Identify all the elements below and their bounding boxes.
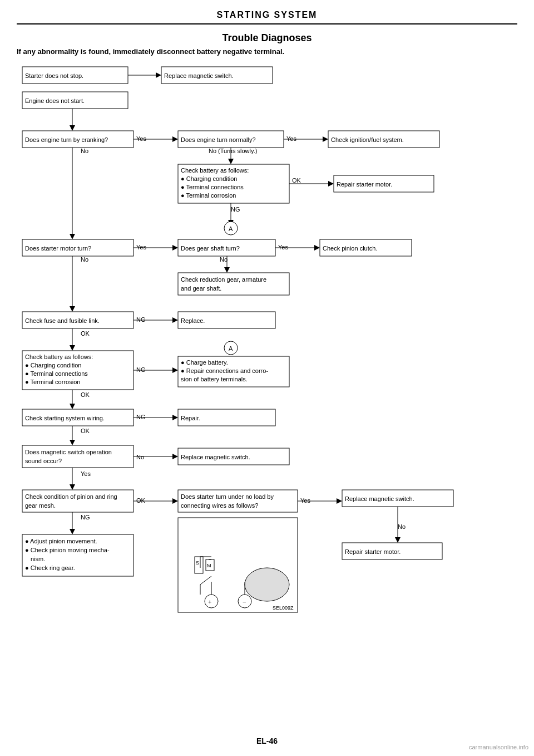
svg-text:Repair starter motor.: Repair starter motor. — [345, 548, 400, 555]
svg-text:Yes: Yes — [300, 497, 310, 504]
svg-marker-100 — [70, 440, 75, 445]
svg-marker-73 — [70, 345, 75, 351]
svg-marker-14 — [172, 136, 178, 142]
svg-text:Does engine turn by cranking?: Does engine turn by cranking? — [25, 136, 108, 143]
svg-text:Replace magnetic switch.: Replace magnetic switch. — [164, 72, 234, 79]
svg-text:Does starter turn under no loa: Does starter turn under no load by — [181, 493, 274, 500]
svg-marker-47 — [172, 245, 178, 251]
subtitle: If any abnormality is found, immediately… — [17, 47, 517, 56]
svg-text:● Check ring gear.: ● Check ring gear. — [25, 564, 75, 571]
svg-text:Yes: Yes — [286, 135, 296, 142]
svg-text:Does starter motor turn?: Does starter motor turn? — [25, 245, 91, 252]
svg-text:Does magnetic switch operation: Does magnetic switch operation — [25, 449, 112, 455]
svg-text:+: + — [208, 598, 211, 605]
page-header: STARTING SYSTEM — [0, 0, 534, 24]
watermark-text: carmanualsonline.info — [469, 744, 528, 750]
svg-text:No: No — [398, 523, 406, 530]
svg-text:Does engine turn normally?: Does engine turn normally? — [181, 136, 256, 143]
svg-text:Check battery as follows:: Check battery as follows: — [25, 354, 93, 360]
page-footer: EL-46 — [0, 737, 534, 751]
svg-text:● Charging condition: ● Charging condition — [25, 362, 81, 369]
svg-text:Yes: Yes — [278, 244, 288, 251]
svg-marker-83 — [172, 367, 178, 373]
diagram-area: Starter does not stop. Replace magnetic … — [17, 61, 517, 731]
svg-text:● Terminal connections: ● Terminal connections — [25, 370, 88, 377]
svg-marker-106 — [172, 454, 178, 459]
svg-text:connecting wires as follows?: connecting wires as follows? — [181, 502, 258, 509]
svg-marker-111 — [70, 484, 75, 490]
svg-marker-128 — [70, 529, 75, 534]
svg-text:● Check pinion moving mecha-: ● Check pinion moving mecha- — [25, 547, 110, 553]
svg-text:NG: NG — [136, 414, 146, 420]
svg-text:No (Turns slowly.): No (Turns slowly.) — [209, 148, 257, 154]
svg-marker-42 — [70, 234, 75, 239]
svg-text:Yes: Yes — [136, 244, 146, 251]
svg-text:Starter does not stop.: Starter does not stop. — [25, 72, 83, 79]
svg-text:Check ignition/fuel system.: Check ignition/fuel system. — [331, 136, 404, 143]
svg-text:No: No — [136, 454, 144, 460]
header-title: STARTING SYSTEM — [17, 10, 517, 20]
svg-marker-63 — [70, 306, 75, 312]
svg-marker-9 — [70, 125, 75, 131]
svg-text:Yes: Yes — [81, 470, 91, 477]
svg-text:OK: OK — [81, 330, 90, 337]
svg-marker-58 — [224, 267, 230, 273]
svg-text:nism.: nism. — [31, 556, 45, 562]
svg-text:S: S — [196, 560, 199, 566]
main-title: Trouble Diagnoses — [0, 32, 534, 44]
svg-text:Replace magnetic switch.: Replace magnetic switch. — [181, 454, 250, 460]
svg-text:Yes: Yes — [136, 135, 146, 142]
svg-text:NG: NG — [136, 366, 146, 373]
svg-text:Replace magnetic switch.: Replace magnetic switch. — [345, 495, 414, 502]
svg-text:−: − — [243, 598, 246, 605]
svg-text:● Charging condition: ● Charging condition — [181, 175, 237, 182]
svg-marker-25 — [228, 159, 234, 164]
svg-marker-95 — [172, 415, 178, 420]
svg-text:Engine does not start.: Engine does not start. — [25, 97, 85, 104]
svg-text:● Terminal corrosion: ● Terminal corrosion — [25, 379, 80, 385]
svg-text:Replace.: Replace. — [181, 317, 205, 324]
svg-text:OK: OK — [292, 177, 301, 184]
svg-text:No: No — [81, 148, 88, 154]
svg-marker-3 — [156, 72, 161, 78]
svg-text:Check battery as follows:: Check battery as follows: — [181, 167, 249, 174]
svg-text:● Terminal corrosion: ● Terminal corrosion — [181, 192, 236, 199]
svg-text:OK: OK — [81, 391, 90, 398]
svg-marker-19 — [323, 136, 328, 142]
svg-text:Check starting system wiring.: Check starting system wiring. — [25, 415, 105, 421]
page-number: EL-46 — [256, 737, 278, 745]
svg-text:OK: OK — [136, 497, 146, 504]
svg-text:● Adjust pinion movement.: ● Adjust pinion movement. — [25, 538, 97, 544]
svg-text:and gear shaft.: and gear shaft. — [181, 285, 221, 292]
svg-text:Repair starter motor.: Repair starter motor. — [337, 181, 392, 188]
svg-text:Check fuse and fusible link.: Check fuse and fusible link. — [25, 317, 100, 324]
svg-text:● Repair connections and corro: ● Repair connections and corro- — [181, 367, 268, 374]
svg-text:sound occur?: sound occur? — [25, 458, 62, 464]
flow-diagram: Starter does not stop. Replace magnetic … — [17, 61, 517, 729]
svg-text:A: A — [229, 345, 233, 352]
svg-text:Check pinion clutch.: Check pinion clutch. — [323, 245, 377, 252]
svg-text:OK: OK — [81, 428, 90, 434]
svg-text:● Terminal connections: ● Terminal connections — [181, 184, 244, 190]
svg-text:Does gear shaft turn?: Does gear shaft turn? — [181, 245, 240, 252]
svg-text:SEL009Z: SEL009Z — [273, 605, 294, 611]
svg-text:NG: NG — [231, 206, 240, 213]
svg-marker-136 — [395, 537, 400, 543]
svg-marker-90 — [70, 404, 75, 409]
svg-text:● Charge battery.: ● Charge battery. — [181, 359, 228, 366]
svg-text:A: A — [229, 225, 233, 232]
svg-marker-33 — [328, 181, 334, 186]
svg-text:NG: NG — [81, 514, 90, 521]
svg-text:gear mesh.: gear mesh. — [25, 502, 56, 509]
svg-marker-123 — [337, 498, 342, 504]
svg-text:No: No — [81, 256, 88, 263]
svg-marker-68 — [172, 317, 178, 323]
svg-text:Check reduction gear, armature: Check reduction gear, armature — [181, 276, 266, 283]
svg-point-140 — [245, 568, 289, 601]
svg-text:No: No — [220, 256, 228, 263]
svg-marker-52 — [314, 245, 320, 251]
svg-marker-117 — [172, 498, 178, 504]
svg-text:Repair.: Repair. — [181, 415, 200, 421]
svg-text:NG: NG — [136, 316, 146, 323]
svg-text:Check condition of pinion and : Check condition of pinion and ring — [25, 493, 117, 500]
